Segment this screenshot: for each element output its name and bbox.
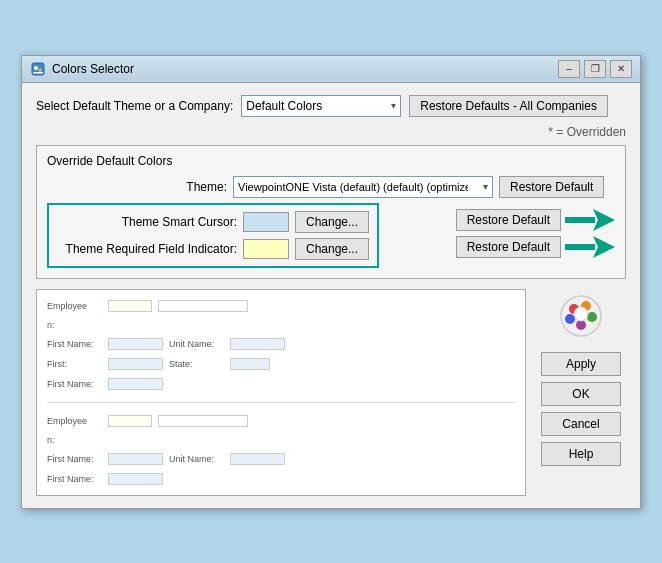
- app-icon: [30, 61, 46, 77]
- main-area: Employee n: First Name: Unit Name:: [36, 289, 626, 496]
- title-bar-left: Colors Selector: [30, 61, 134, 77]
- preview-label-n2: n:: [47, 435, 102, 445]
- preview-label-1: Employee: [47, 301, 102, 311]
- preview-content: Employee n: First Name: Unit Name:: [47, 300, 515, 485]
- theme-company-row: Select Default Theme or a Company: Defau…: [36, 95, 626, 117]
- preview-label-first: First:: [47, 359, 102, 369]
- preview-field-employee2-name: [108, 415, 152, 427]
- theme-dropdown[interactable]: ViewpointONE Vista (default) (default) (…: [233, 176, 493, 198]
- ok-button[interactable]: OK: [541, 382, 621, 406]
- preview-row-n: n:: [47, 320, 515, 330]
- preview-field-first: [108, 358, 163, 370]
- theme-label: Theme:: [47, 180, 227, 194]
- help-button[interactable]: Help: [541, 442, 621, 466]
- svg-point-11: [587, 312, 597, 322]
- required-field-label: Theme Required Field Indicator:: [57, 242, 237, 256]
- svg-marker-6: [593, 236, 615, 258]
- required-field-row: Theme Required Field Indicator: Change..…: [57, 238, 369, 260]
- svg-rect-3: [33, 72, 43, 74]
- smart-cursor-required-field-box: Theme Smart Cursor: Change... Theme Requ…: [47, 203, 379, 268]
- required-field-restore-button[interactable]: Restore Default: [456, 236, 561, 258]
- cancel-button[interactable]: Cancel: [541, 412, 621, 436]
- side-buttons: Apply OK Cancel Help: [536, 289, 626, 496]
- preview-field-state: [230, 358, 270, 370]
- required-field-change-button[interactable]: Change...: [295, 238, 369, 260]
- required-field-restore-row: Restore Default: [456, 236, 615, 258]
- svg-point-2: [39, 68, 42, 71]
- smart-cursor-change-button[interactable]: Change...: [295, 211, 369, 233]
- svg-point-14: [574, 307, 588, 321]
- preview-field-fn1: [108, 338, 163, 350]
- main-window: Colors Selector – ❐ ✕ Select Default The…: [21, 55, 641, 509]
- preview-field-employee2-id: [158, 415, 248, 427]
- content-area: Select Default Theme or a Company: Defau…: [22, 83, 640, 508]
- svg-point-1: [34, 66, 38, 70]
- preview-field-fn3: [108, 453, 163, 465]
- preview-row-firstname-3: First Name: Unit Name:: [47, 453, 515, 465]
- required-field-swatch: [243, 239, 289, 259]
- svg-point-12: [565, 314, 575, 324]
- preview-row-2: Employee: [47, 415, 515, 427]
- preview-row-firstname-2: First Name:: [47, 378, 515, 390]
- preview-field-fn2: [108, 378, 163, 390]
- palette-icon-container: [556, 289, 606, 342]
- close-button[interactable]: ✕: [610, 60, 632, 78]
- preview-label-fn2: First Name:: [47, 379, 102, 389]
- override-title: Override Default Colors: [47, 154, 615, 168]
- preview-row-firstname-1: First Name: Unit Name:: [47, 338, 515, 350]
- title-bar: Colors Selector – ❐ ✕: [22, 56, 640, 83]
- dropdown-value: Default Colors: [246, 99, 322, 113]
- svg-marker-4: [593, 209, 615, 231]
- minimize-button[interactable]: –: [558, 60, 580, 78]
- svg-rect-7: [565, 244, 595, 250]
- preview-area: Employee n: First Name: Unit Name:: [36, 289, 526, 496]
- preview-field-un1: [230, 338, 285, 350]
- preview-label-fn4: First Name:: [47, 474, 102, 484]
- theme-row: Theme: ViewpointONE Vista (default) (def…: [47, 176, 615, 198]
- preview-label-un1: Unit Name:: [169, 339, 224, 349]
- preview-label-state: State:: [169, 359, 224, 369]
- preview-field-un2: [230, 453, 285, 465]
- window-controls: – ❐ ✕: [558, 60, 632, 78]
- preview-field-fn4: [108, 473, 163, 485]
- theme-value: ViewpointONE Vista (default) (default) (…: [238, 181, 468, 193]
- smart-cursor-label: Theme Smart Cursor:: [57, 215, 237, 229]
- dropdown-arrow-icon: ▾: [391, 100, 396, 111]
- smart-cursor-restore-row: Restore Default: [456, 209, 615, 231]
- preview-separator: [47, 402, 515, 403]
- preview-label-fn1: First Name:: [47, 339, 102, 349]
- preview-label-n: n:: [47, 320, 102, 330]
- restore-all-companies-button[interactable]: Restore Defaults - All Companies: [409, 95, 608, 117]
- window-title: Colors Selector: [52, 62, 134, 76]
- smart-cursor-row: Theme Smart Cursor: Change...: [57, 211, 369, 233]
- asterisk-note: * = Overridden: [548, 125, 626, 139]
- preview-row-first-state: First: State:: [47, 358, 515, 370]
- preview-label-un2: Unit Name:: [169, 454, 224, 464]
- theme-dropdown-arrow-icon: ▾: [483, 181, 488, 192]
- override-section: Override Default Colors Theme: Viewpoint…: [36, 145, 626, 279]
- required-field-arrow-icon: [565, 236, 615, 258]
- apply-button[interactable]: Apply: [541, 352, 621, 376]
- palette-svg-icon: [556, 289, 606, 339]
- preview-row-1: Employee: [47, 300, 515, 312]
- restore-button[interactable]: ❐: [584, 60, 606, 78]
- svg-rect-5: [565, 217, 595, 223]
- smart-cursor-swatch: [243, 212, 289, 232]
- preview-row-firstname-4: First Name:: [47, 473, 515, 485]
- preview-label-2: Employee: [47, 416, 102, 426]
- preview-field-employee-id: [158, 300, 248, 312]
- smart-cursor-restore-button[interactable]: Restore Default: [456, 209, 561, 231]
- smart-cursor-arrow-icon: [565, 209, 615, 231]
- select-label: Select Default Theme or a Company:: [36, 99, 233, 113]
- theme-restore-button[interactable]: Restore Default: [499, 176, 604, 198]
- preview-label-fn3: First Name:: [47, 454, 102, 464]
- preview-field-employee-name: [108, 300, 152, 312]
- preview-row-n2: n:: [47, 435, 515, 445]
- default-colors-dropdown[interactable]: Default Colors ▾: [241, 95, 401, 117]
